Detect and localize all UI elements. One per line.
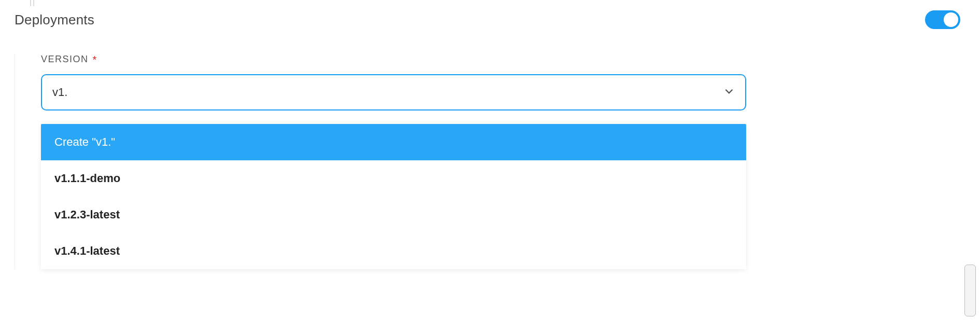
panel-border-stub [30,0,34,6]
dropdown-option[interactable]: v1.2.3-latest [41,197,746,233]
deployments-toggle[interactable] [925,10,960,29]
form-area: VERSION * Create "v1." v1.1.1-demo v1.2.… [15,54,965,269]
version-dropdown: Create "v1." v1.1.1-demo v1.2.3-latest v… [41,124,746,269]
dropdown-create-option[interactable]: Create "v1." [41,124,746,160]
required-star: * [93,54,97,65]
dropdown-option[interactable]: v1.4.1-latest [41,233,746,269]
version-input[interactable] [41,74,746,110]
version-select[interactable] [41,74,746,110]
version-label: VERSION * [41,54,965,65]
version-label-text: VERSION [41,54,89,65]
deployments-panel: Deployments VERSION * Create "v1." v1.1.… [0,0,980,269]
scrollbar[interactable] [964,265,976,316]
section-title: Deployments [15,12,94,28]
dropdown-option[interactable]: v1.1.1-demo [41,160,746,197]
section-header: Deployments [15,10,965,29]
toggle-knob [944,12,958,27]
